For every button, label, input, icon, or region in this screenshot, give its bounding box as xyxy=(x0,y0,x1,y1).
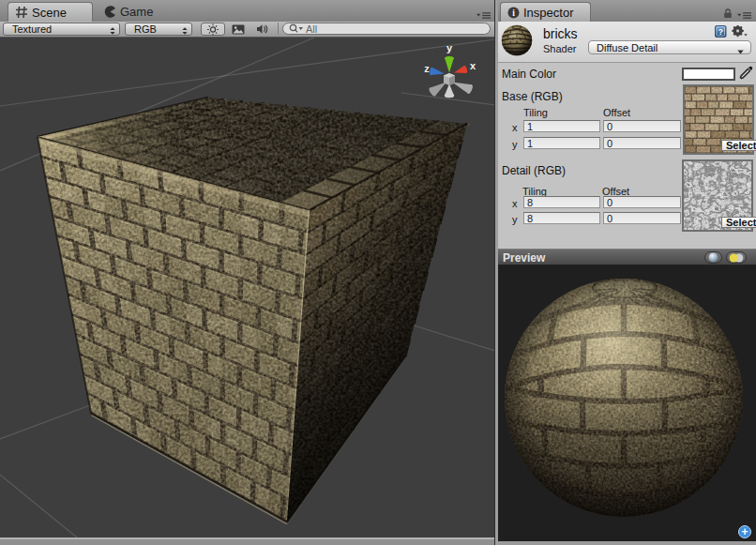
svg-text:?: ? xyxy=(718,27,723,37)
svg-text:z: z xyxy=(424,63,430,74)
svg-text:i: i xyxy=(512,8,515,17)
svg-text:y: y xyxy=(446,42,453,53)
svg-text:x: x xyxy=(470,60,476,71)
